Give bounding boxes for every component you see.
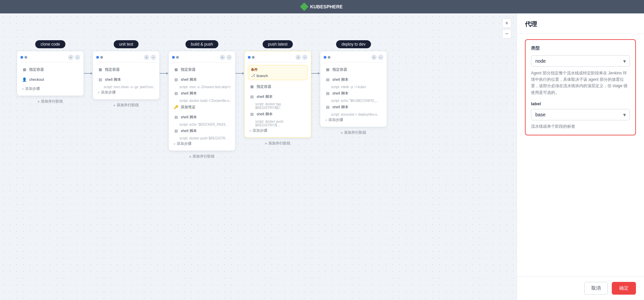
shell-icon: ▤	[173, 128, 179, 133]
checkout-item[interactable]: 👤 checkout	[20, 75, 80, 84]
plus-icon: +	[22, 87, 24, 91]
stage-label[interactable]: push latest	[263, 40, 293, 48]
zoom-in-button[interactable]: +	[502, 18, 512, 28]
container-item[interactable]: ▦ 指定容器	[248, 82, 308, 91]
shell-script: script: mvn clean -o -gs 'pwd'/con..	[104, 85, 156, 89]
container-icon: ▦	[173, 67, 179, 72]
container-item[interactable]: ▦ 指定容器	[172, 65, 232, 74]
shell-script-2: script: docker build -f Dockerfile-o..	[179, 99, 232, 103]
zoom-out-button[interactable]: −	[502, 29, 512, 39]
add-step-link[interactable]: + 添加步骤	[172, 140, 232, 147]
dot	[328, 56, 330, 59]
shell-icon: ▤	[325, 104, 330, 110]
logo-icon	[300, 2, 309, 11]
stage-card: + − ▦ 指定容器 ▤ shell 脚本 script: mvn -o -Dm…	[168, 51, 235, 151]
connector-line	[160, 73, 166, 74]
plus-icon: +	[98, 91, 100, 95]
dot	[20, 56, 23, 59]
header-plus-button[interactable]: +	[296, 55, 301, 60]
stage-label[interactable]: clone code	[35, 40, 65, 48]
right-panel: 代理 类型 node any none docker ▾ Agent 部分指定整…	[517, 13, 644, 300]
add-parallel-link[interactable]: + 添加并行阶段	[36, 98, 64, 105]
add-step-link[interactable]: + 添加步骤	[248, 127, 308, 134]
header-plus-button[interactable]: +	[371, 55, 377, 60]
add-step-link[interactable]: + 添加步骤	[324, 116, 383, 123]
connector-line	[235, 73, 242, 74]
stage-label[interactable]: unit test	[114, 40, 139, 48]
container-icon: ▦	[249, 84, 255, 89]
shell-item[interactable]: ▤ shell 脚本	[96, 75, 156, 84]
stage-unit-test: unit test + − ▦ 指定容器 ▤ sh	[93, 40, 160, 109]
connector-3	[235, 40, 244, 75]
plus-icon: +	[113, 103, 115, 107]
container-icon: ▦	[98, 67, 103, 72]
container-item[interactable]: ▦ 指定容器	[324, 65, 383, 74]
stage-push-latest: push latest + − 条件 ⎇ branch	[244, 40, 311, 147]
header-plus-button[interactable]: +	[68, 55, 73, 60]
dot	[176, 56, 179, 59]
dot	[248, 56, 251, 59]
branch-icon: ⎇	[251, 73, 255, 78]
dot	[252, 56, 255, 59]
shell-item-4[interactable]: ▤ shell 脚本	[172, 126, 232, 135]
shell-icon: ▤	[173, 77, 179, 82]
shell-item-3[interactable]: ▤ shell 脚本	[172, 113, 232, 121]
add-parallel-link[interactable]: + 添加并行阶段	[339, 129, 368, 136]
header-minus-button[interactable]: −	[378, 55, 383, 60]
label-field-label: label	[531, 101, 630, 106]
confirm-button[interactable]: 确定	[612, 282, 636, 295]
add-step-link[interactable]: + 添加步骤	[96, 89, 156, 96]
header-minus-button[interactable]: −	[226, 55, 232, 60]
add-parallel-link[interactable]: + 添加并行阶段	[264, 140, 292, 147]
connector-2	[160, 40, 168, 75]
plus-icon: +	[189, 155, 191, 159]
container-icon: ▦	[22, 67, 27, 72]
plus-icon: +	[265, 141, 267, 145]
header-plus-button[interactable]: +	[144, 55, 149, 60]
stage-label[interactable]: deploy to dev	[336, 40, 371, 48]
shell-item-2[interactable]: ▤ shell 脚本	[172, 89, 232, 98]
add-parallel-link[interactable]: + 添加并行阶段	[188, 153, 216, 160]
cancel-button[interactable]: 取消	[584, 282, 608, 295]
header-minus-button[interactable]: −	[151, 55, 156, 60]
panel-footer: 取消 确定	[517, 276, 644, 300]
container-icon: ▦	[325, 67, 330, 72]
shell-icon: ▤	[173, 114, 179, 120]
shell-item-1[interactable]: ▤ shell 脚本	[324, 75, 383, 84]
shell-icon: ▤	[249, 111, 255, 117]
type-description: Agent 部分指定整个流水线或特定阶段将在 Jenkins 环境中执行的位置，…	[531, 70, 630, 96]
agent-section: 类型 node any none docker ▾ Agent 部分指定整个流水…	[525, 39, 636, 135]
shell-item-2[interactable]: ▤ shell 脚本	[324, 89, 383, 98]
label-select[interactable]: base node maven	[531, 109, 630, 120]
shell-item-1[interactable]: ▤ shell 脚本	[248, 92, 308, 101]
dot	[96, 56, 99, 59]
stage-label[interactable]: build & push	[185, 40, 218, 48]
type-select-wrapper: node any none docker ▾	[531, 55, 630, 67]
shell-item-2[interactable]: ▤ shell 脚本	[248, 110, 308, 118]
stage-card-header: + −	[324, 55, 383, 62]
credential-icon: 🔑	[173, 104, 179, 110]
stage-card: + − ▦ 指定容器 ▤ shell 脚本 script: mvn clean …	[93, 51, 160, 100]
shell-item-3[interactable]: ▤ shell 脚本	[324, 103, 383, 111]
header-minus-button[interactable]: −	[302, 55, 308, 60]
header-plus-button[interactable]: +	[220, 55, 225, 60]
plus-icon: +	[249, 129, 251, 133]
shell-icon: ▤	[325, 77, 330, 82]
shell-script-4: script: docker push $REGISTR..	[179, 136, 232, 140]
add-step-link[interactable]: + 添加步骤	[20, 85, 80, 92]
shell-script-1: script: docker tag $REGISTRY/$D..	[255, 102, 308, 110]
top-bar: KUBESPHERE	[0, 0, 644, 13]
add-parallel-link[interactable]: + 添加并行阶段	[112, 102, 140, 109]
type-label: 类型	[531, 45, 630, 51]
shell-item-1[interactable]: ▤ shell 脚本	[172, 75, 232, 84]
stage-build-push: build & push + − ▦ 指定容器 ▤	[168, 40, 235, 160]
credential-item[interactable]: 🔑 添加凭证	[172, 103, 232, 111]
header-minus-button[interactable]: −	[75, 55, 80, 60]
container-item[interactable]: ▦ 指定容器	[96, 65, 156, 74]
stage-card: + − ▦ 指定容器 ▤ shell 脚本 script: mkdir -p ~…	[320, 51, 387, 127]
panel-body: 类型 node any none docker ▾ Agent 部分指定整个流水…	[517, 34, 644, 276]
type-select[interactable]: node any none docker	[531, 55, 630, 67]
label-select-wrapper: base node maven ▾	[531, 109, 630, 120]
dot	[172, 56, 175, 59]
container-item[interactable]: ▦ 指定容器	[20, 65, 80, 74]
